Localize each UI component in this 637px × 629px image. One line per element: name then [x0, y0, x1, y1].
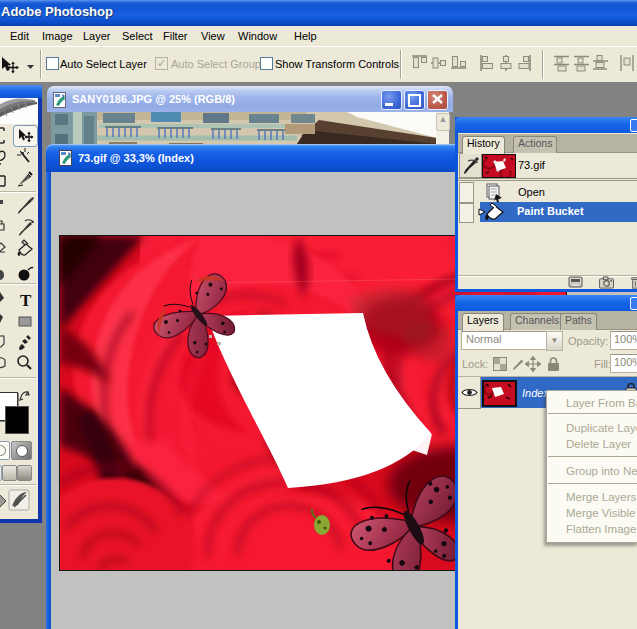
svg-text:T: T [20, 291, 32, 310]
